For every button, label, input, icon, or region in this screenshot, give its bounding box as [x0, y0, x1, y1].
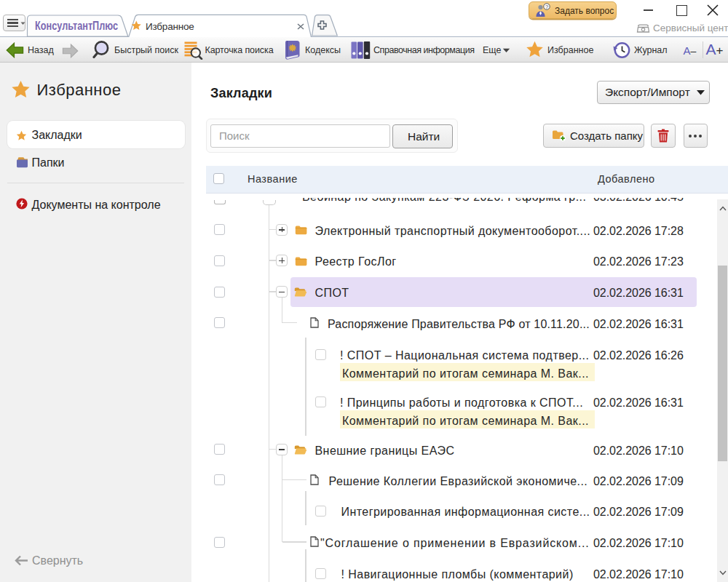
svg-text:?: ?	[545, 4, 548, 10]
